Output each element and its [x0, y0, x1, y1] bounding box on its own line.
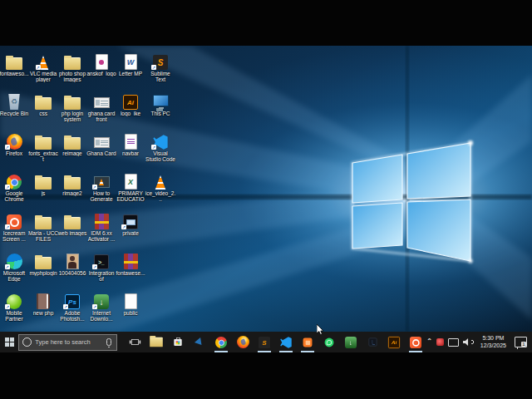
- desktop-icon-label: web images: [57, 230, 88, 236]
- desktop-icon-label: VLC media player: [28, 71, 59, 82]
- folder-icon: [35, 257, 52, 269]
- desktop-icon-navbar[interactable]: navbar: [116, 131, 145, 156]
- desktop-icon-mobile-partner[interactable]: Mobile Partner: [0, 291, 28, 322]
- desktop-icon-label: Ghana Card: [86, 150, 117, 156]
- desktop-icon-recycle-bin[interactable]: Recycle Bin: [0, 91, 28, 116]
- action-center-icon[interactable]: 1: [515, 337, 527, 347]
- desktop-icon-label: reimage: [57, 150, 88, 156]
- chevron-up-icon[interactable]: ⌃: [426, 337, 432, 345]
- chrome-icon: [215, 336, 227, 347]
- desktop-icon-logo-ike[interactable]: logo_ike: [116, 91, 145, 116]
- desktop-icon-fontawese[interactable]: fontawese...: [116, 251, 145, 276]
- desktop-icon-label: Firefox: [0, 150, 30, 156]
- desktop-icon-label: Adobe Photosh...: [57, 310, 88, 322]
- taskbar-app-task-view[interactable]: [124, 332, 145, 352]
- shortcut-arrow-icon: [5, 145, 10, 150]
- taskbar-app-chrome[interactable]: [210, 332, 232, 352]
- whatsapp-icon: [325, 337, 334, 347]
- taskbar-app-file-explorer[interactable]: [145, 332, 167, 352]
- shortcut-arrow-icon: [5, 264, 10, 269]
- desktop-icon-icecream-screen[interactable]: Icecream Screen ...: [0, 211, 28, 242]
- idm-tray-icon[interactable]: [436, 338, 444, 346]
- desktop-icon-google-chrome[interactable]: Google Chrome: [0, 171, 28, 202]
- taskbar-app-xampp[interactable]: [297, 332, 318, 352]
- idm-icon: [345, 336, 357, 347]
- desktop-icon-rimage2[interactable]: rimage2: [58, 171, 86, 196]
- icecream-recorder-icon: [410, 336, 421, 347]
- taskbar-app-idm[interactable]: [340, 332, 362, 352]
- desktop-icon-firefox[interactable]: Firefox: [0, 131, 28, 156]
- desktop-icon-100404056[interactable]: 100404056: [58, 251, 86, 276]
- desktop-icon-label: How to Generate P...: [86, 190, 117, 202]
- id-card-image-icon: [94, 137, 110, 148]
- desktop-icon-microsoft-edge[interactable]: Microsoft Edge: [0, 251, 28, 282]
- taskbar-app-illustrator[interactable]: [383, 332, 405, 352]
- desktop-icon-myphplogin[interactable]: myphplogin: [29, 251, 57, 276]
- desktop-icon-photo-shop-images[interactable]: photo shop images: [58, 52, 86, 82]
- desktop-icon-web-images[interactable]: web images: [58, 211, 86, 236]
- taskbar-app-firefox[interactable]: [232, 332, 254, 352]
- desktop-icon-maria-ucc-files[interactable]: Maria - UCC FILES: [29, 211, 57, 242]
- taskbar-app-microsoft-store[interactable]: [167, 332, 189, 352]
- desktop-icon-visual-studio-code[interactable]: Visual Studio Code: [146, 131, 175, 162]
- folder-icon: [35, 217, 52, 229]
- desktop-icon-ice-video-2[interactable]: ice_video_2...: [146, 171, 175, 202]
- desktop-icon-internet-downlo[interactable]: Internet Downlo...: [87, 291, 116, 322]
- desktop-icon-private[interactable]: private: [116, 211, 145, 236]
- desktop-icon-php-login-system[interactable]: php login system: [58, 91, 86, 122]
- desktop-icon-new-php[interactable]: new php: [29, 291, 57, 316]
- shortcut-arrow-icon: [5, 224, 10, 229]
- shortcut-arrow-icon: [151, 145, 156, 150]
- folder-icon: [64, 217, 81, 229]
- task-view-icon: [131, 339, 139, 345]
- taskbar-app-sublime-text[interactable]: [254, 332, 275, 352]
- dark-app-icon: [368, 337, 377, 346]
- excel-document-icon: [125, 174, 137, 190]
- taskbar-app-vscode[interactable]: [275, 332, 297, 352]
- taskbar-app-telegram[interactable]: [189, 332, 210, 352]
- desktop-icon-letter-mp[interactable]: Letter MP: [116, 52, 145, 76]
- volume-icon[interactable]: [463, 338, 474, 346]
- desktop-icon-vlc-media-player[interactable]: VLC media player: [29, 52, 57, 82]
- desktop-icon-sublime-text[interactable]: Sublime Text: [146, 52, 175, 82]
- desktop-icon-label: Google Chrome: [0, 190, 30, 202]
- start-button[interactable]: [0, 332, 18, 352]
- desktop-icon-idm-6-xx-activator[interactable]: IDM 6.xx Activator ...: [87, 211, 116, 242]
- shortcut-arrow-icon: [63, 304, 68, 309]
- desktop-icon-this-pc[interactable]: This PC: [146, 91, 175, 116]
- cortana-icon: [22, 337, 32, 347]
- desktop-icon-label: private: [116, 230, 146, 236]
- desktop-icon-fonts-extract[interactable]: fonts_extract: [29, 131, 57, 162]
- desktop-icon-public[interactable]: public: [116, 291, 145, 316]
- desktop-icon-primary-education[interactable]: PRIMARY EDUCATION: [116, 171, 145, 202]
- desktop-icon-label: logo_ike: [116, 111, 146, 116]
- desktop-icon-fontaweso[interactable]: fontaweso...: [0, 52, 28, 76]
- desktop-icon-reimage[interactable]: reimage: [58, 131, 86, 156]
- search-box[interactable]: Type here to search: [18, 334, 117, 351]
- microphone-icon[interactable]: [106, 338, 111, 346]
- taskbar-app-icecream-recorder[interactable]: [405, 332, 426, 352]
- desktop-icon-label: fontaweso...: [0, 71, 30, 76]
- mouse-cursor: [317, 324, 325, 336]
- running-indicator: [301, 351, 314, 352]
- desktop-icon-adobe-photosh[interactable]: Adobe Photosh...: [58, 291, 86, 322]
- clock[interactable]: 5:30 PM 12/3/2025: [478, 335, 509, 349]
- desktop-icon-ghana-card-front[interactable]: ghana card front: [87, 91, 116, 122]
- desktop-icon-label: navbar: [116, 150, 146, 156]
- desktop-icon-label: php login system: [57, 111, 88, 122]
- desktop-icon-js[interactable]: js: [29, 171, 57, 196]
- vlc-cone-icon: [155, 175, 167, 190]
- desktop-icon-ghana-card[interactable]: Ghana Card: [87, 131, 116, 156]
- desktop-icon-css[interactable]: css: [29, 91, 57, 116]
- taskbar-app-dark-app[interactable]: [362, 332, 383, 352]
- desktop-icon-label: ghana card front: [86, 111, 117, 122]
- folder-icon: [6, 57, 22, 70]
- desktop-icon-anskof-logo[interactable]: anskof_logo: [87, 52, 116, 76]
- desktop-icon-label: Maria - UCC FILES: [28, 230, 59, 242]
- display-tray-icon[interactable]: [448, 338, 459, 347]
- vscode-icon: [280, 336, 292, 347]
- desktop-icon-label: rimage2: [57, 190, 88, 196]
- desktop-icon-integration-of-paystack[interactable]: Integration of paystack...: [87, 251, 116, 282]
- desktop-icon-how-to-generate-p[interactable]: How to Generate P...: [87, 171, 116, 202]
- letterbox-bottom: [0, 352, 532, 399]
